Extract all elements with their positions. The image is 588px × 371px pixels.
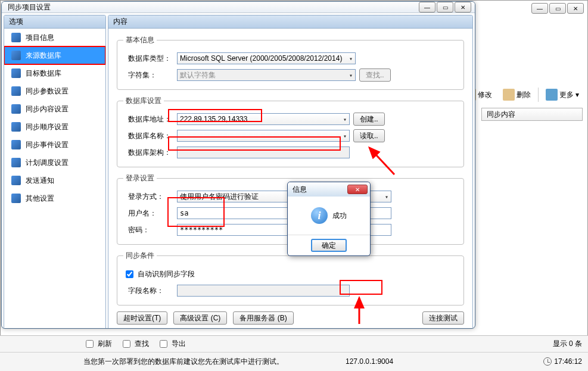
sync-settings-dialog: 同步项目设置 — ▭ ✕ 选项 项目信息来源数据库目标数据库同步参数设置同步内容… — [1, 1, 475, 329]
sidebar-item-4[interactable]: 同步内容设置 — [4, 100, 105, 118]
status-ip: 127.0.0.1:9004 — [346, 357, 393, 366]
select-charset: 默认字符集 — [177, 69, 356, 81]
sidebar-item-label: 来源数据库 — [26, 51, 61, 61]
parent-maximize-button[interactable]: ▭ — [549, 3, 566, 14]
sidebar-item-label: 同步顺序设置 — [26, 122, 69, 132]
sidebar-item-7[interactable]: 计划调度设置 — [4, 154, 105, 172]
messagebox-close-button[interactable]: ✕ — [347, 185, 368, 194]
messagebox-title: 信息 — [293, 185, 307, 195]
messagebox-text: 成功 — [332, 211, 347, 221]
sidebar-item-9[interactable]: 其他设置 — [4, 189, 105, 207]
button-read-db[interactable]: 读取.. — [353, 129, 385, 142]
sidebar-item-label: 同步参数设置 — [26, 86, 69, 96]
label-username: 用户名： — [123, 208, 173, 219]
status-count: 显示 0 条 — [553, 339, 582, 349]
folder-icon — [11, 122, 21, 132]
sidebar-item-label: 其他设置 — [26, 194, 54, 204]
sidebar-item-2[interactable]: 目标数据库 — [4, 64, 105, 82]
sidebar-item-label: 计划调度设置 — [26, 158, 69, 168]
parent-toolbar: 修改 删除 更多 ▾ — [461, 87, 583, 102]
messagebox-info: 信息 ✕ i 成功 确定 — [287, 182, 371, 256]
status-export[interactable]: 导出 — [157, 338, 186, 350]
status-bar: 刷新 查找 导出 显示 0 条 当您第一次部署到您的数据库前建议您先在测试库中进… — [0, 335, 588, 371]
status-time: 17:46:12 — [543, 357, 582, 366]
select-db-name[interactable] — [177, 130, 350, 142]
group-database-settings: 数据库设置 数据库地址： 222.89.135.29,14333 创建.. 数据… — [117, 96, 464, 167]
parent-close-button[interactable]: ✕ — [567, 3, 584, 14]
clock-icon — [543, 357, 552, 366]
button-backup-server[interactable]: 备用服务器 (B) — [233, 311, 293, 325]
folder-icon — [11, 140, 21, 149]
folder-icon — [11, 158, 21, 167]
sidebar: 选项 项目信息来源数据库目标数据库同步参数设置同步内容设置同步顺序设置同步事件设… — [4, 15, 106, 329]
checkbox-auto-detect-field[interactable]: 自动识别同步字段 — [123, 269, 195, 280]
button-timeout-settings[interactable]: 超时设置(T) — [117, 311, 167, 325]
dialog-minimize-button[interactable]: — — [419, 2, 435, 13]
sidebar-item-label: 目标数据库 — [26, 68, 61, 79]
legend-db: 数据库设置 — [123, 96, 164, 106]
status-refresh[interactable]: 刷新 — [83, 338, 112, 350]
label-login-mode: 登录方式： — [123, 192, 173, 202]
input-field-name — [177, 285, 350, 297]
button-connection-test[interactable]: 连接测试 — [422, 311, 464, 325]
status-hint: 当您第一次部署到您的数据库前建议您先在测试库中进行测试。 — [83, 357, 284, 367]
parent-column-header[interactable]: 同步内容 — [481, 108, 583, 121]
folder-icon — [11, 51, 21, 60]
sidebar-item-label: 项目信息 — [26, 33, 54, 43]
folder-icon — [11, 104, 21, 114]
label-password: 密码： — [123, 225, 173, 235]
input-db-schema — [177, 146, 350, 158]
sidebar-item-6[interactable]: 同步事件设置 — [4, 136, 105, 154]
label-db-type: 数据库类型： — [123, 54, 173, 64]
status-search[interactable]: 查找 — [120, 338, 149, 350]
select-db-type[interactable]: Microsoft SQL Server (2000/2005/2008/201… — [177, 52, 356, 64]
legend-cond: 同步条件 — [123, 251, 157, 261]
parent-window-controls: — ▭ ✕ — [531, 3, 584, 14]
group-sync-condition: 同步条件 自动识别同步字段 字段名称： — [117, 251, 464, 305]
content-header: 内容 — [108, 15, 472, 29]
label-db-schema: 数据库架构： — [123, 148, 173, 158]
input-db-address[interactable]: 222.89.135.29,14333 — [177, 113, 350, 125]
legend-login: 登录设置 — [123, 173, 157, 183]
sidebar-item-5[interactable]: 同步顺序设置 — [4, 118, 105, 136]
folder-icon — [11, 86, 21, 96]
sidebar-item-8[interactable]: 发送通知 — [4, 172, 105, 189]
label-field-name: 字段名称： — [123, 286, 173, 296]
toolbar-delete-button[interactable]: 删除 — [499, 87, 534, 102]
info-icon: i — [311, 207, 328, 224]
button-find-charset: 查找.. — [359, 68, 391, 82]
label-charset: 字符集： — [123, 70, 173, 80]
sidebar-item-3[interactable]: 同步参数设置 — [4, 82, 105, 100]
group-basic-info: 基本信息 数据库类型： Microsoft SQL Server (2000/2… — [117, 35, 464, 90]
sidebar-item-label: 发送通知 — [26, 176, 54, 186]
sidebar-item-1[interactable]: 来源数据库 — [4, 46, 105, 64]
sidebar-item-label: 同步事件设置 — [26, 140, 69, 150]
dialog-close-button[interactable]: ✕ — [455, 2, 471, 13]
button-advanced-settings[interactable]: 高级设置 (C) — [173, 311, 227, 325]
legend-basic: 基本信息 — [123, 35, 157, 45]
dialog-maximize-button[interactable]: ▭ — [437, 2, 453, 13]
folder-icon — [11, 33, 21, 42]
content-panel: 内容 基本信息 数据库类型： Microsoft SQL Server (200… — [108, 15, 473, 329]
dialog-titlebar: 同步项目设置 — ▭ ✕ — [2, 2, 475, 13]
button-create-db[interactable]: 创建.. — [353, 113, 385, 126]
sidebar-header: 选项 — [4, 15, 105, 29]
sidebar-item-label: 同步内容设置 — [26, 104, 69, 114]
dialog-title: 同步项目设置 — [8, 2, 51, 13]
sidebar-item-0[interactable]: 项目信息 — [4, 29, 105, 46]
label-db-address: 数据库地址： — [123, 114, 173, 124]
folder-icon — [11, 176, 21, 185]
folder-icon — [11, 194, 21, 203]
folder-icon — [11, 68, 21, 78]
parent-minimize-button[interactable]: — — [531, 3, 548, 14]
messagebox-ok-button[interactable]: 确定 — [311, 239, 347, 252]
label-db-name: 数据库名称： — [123, 131, 173, 141]
toolbar-more-button[interactable]: 更多 ▾ — [542, 87, 583, 102]
